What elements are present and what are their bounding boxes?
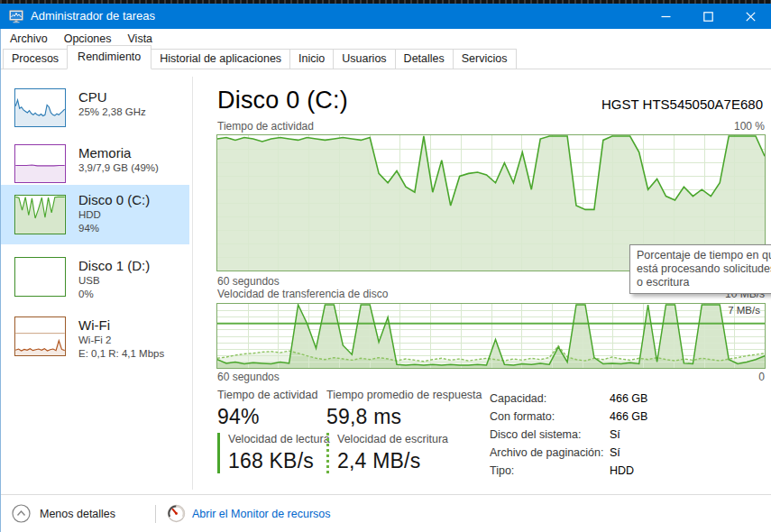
tab-procesos[interactable]: Procesos [3,49,68,69]
footer-bar: Menos detalles Abrir el Monitor de recur… [0,494,771,532]
tooltip-line: Porcentaje de tiempo en que [637,249,771,262]
footer-divider [155,505,156,523]
disk-details-list: Capacidad: 466 GB Con formato: 466 GB Di… [490,390,647,480]
device-model: HGST HTS545050A7E680 [601,96,763,112]
cpu-sparkline-icon [14,88,66,127]
disk1-sparkline-icon [14,257,66,297]
stat-label: Tiempo de actividad [217,389,317,401]
detail-row: Archivo de paginación: Sí [490,444,647,462]
sidebar-item-title: CPU [78,88,146,105]
stat-tiempo-actividad: Tiempo de actividad 94% [217,389,317,429]
detail-value: Sí [610,426,620,444]
transfer-chart[interactable]: 7 MB/s [216,303,766,369]
close-icon [746,12,756,22]
minimize-button[interactable] [645,4,686,29]
stat-label: Tiempo promedio de respuesta [326,389,482,401]
sidebar-item-cpu[interactable]: CPU 25% 2,38 GHz [1,86,189,133]
tab-usuarios[interactable]: Usuarios [333,49,395,69]
stat-velocidad-lectura: Velocidad de lectura 168 KB/s [217,433,330,473]
detail-row: Disco del sistema: Sí [490,426,647,444]
detail-value: HDD [610,462,634,480]
transfer-xspan-label: 60 segundos [217,371,280,383]
sidebar-item-subtitle: Wi-Fi 2 [78,334,164,347]
sidebar-item-title: Memoria [78,144,159,161]
activity-ymax-label: 100 % [734,120,765,133]
tab-servicios[interactable]: Servicios [453,49,517,69]
detail-label: Disco del sistema: [490,426,610,444]
resource-monitor-icon[interactable] [167,504,186,523]
close-button[interactable] [730,4,771,29]
sidebar-item-usage: 0% [78,288,150,301]
detail-label: Capacidad: [490,390,610,408]
task-manager-window: Administrador de tareas Archivo Opciones… [0,0,771,532]
menu-vista[interactable]: Vista [120,32,161,45]
stat-label: Velocidad de escritura [337,433,448,445]
stat-value: 94% [217,405,317,429]
stat-label: Velocidad de lectura [228,433,330,445]
title-bar[interactable]: Administrador de tareas [0,4,771,29]
tooltip-line: o escritura [637,276,771,289]
tab-inicio[interactable]: Inicio [289,49,334,69]
detail-row: Capacidad: 466 GB [490,390,647,408]
detail-value: 466 GB [610,408,647,426]
maximize-button[interactable] [687,4,729,29]
stat-value: 59,8 ms [326,405,482,429]
menu-opciones[interactable]: Opciones [56,32,120,45]
detail-value: 466 GB [610,390,647,408]
sidebar-item-title: Disco 0 (C:) [78,191,150,208]
sidebar-item-usage: 94% [78,222,150,235]
detail-row: Con formato: 466 GB [490,408,647,426]
tab-historial-de-aplicaciones[interactable]: Historial de aplicaciones [151,49,290,69]
tab-bar: Procesos Rendimiento Historial de aplica… [0,48,771,69]
tooltip: Porcentaje de tiempo en que está procesa… [629,244,771,294]
wifi-sparkline-icon [14,316,66,356]
transfer-chart-label: Velocidad de transferencia de disco [217,288,388,300]
maximize-icon [703,12,713,22]
sidebar-item-subtitle: HDD [78,208,150,222]
menu-archivo[interactable]: Archivo [2,32,56,45]
transfer-marker-label: 7 MB/s [728,305,760,316]
tooltip-line: está procesando solicitudes de [637,262,771,276]
menos-detalles-button[interactable]: Menos detalles [40,495,115,532]
sidebar-item-subtitle: 25% 2,38 GHz [78,105,146,119]
activity-xspan-label: 60 segundos [217,275,280,288]
detail-row: Tipo: HDD [490,462,647,480]
sidebar-item-subtitle: 3,9/7,9 GB (49%) [78,161,159,175]
stat-velocidad-escritura: Velocidad de escritura 2,4 MB/s [326,433,448,473]
sidebar-item-throughput: E: 0,1 R: 4,1 Mbps [78,347,164,361]
sidebar-item-disco1[interactable]: Disco 1 (D:) USB 0% [1,252,189,308]
activity-chart-label: Tiempo de actividad [217,120,314,133]
memory-sparkline-icon [14,144,66,183]
abrir-monitor-recursos-link[interactable]: Abrir el Monitor de recursos [192,495,331,532]
detail-label: Tipo: [490,462,610,480]
tab-detalles[interactable]: Detalles [395,49,454,69]
sidebar-item-wifi[interactable]: Wi-Fi Wi-Fi 2 E: 0,1 R: 4,1 Mbps [1,312,189,368]
chevron-up-circle-icon[interactable] [12,504,31,523]
stat-value: 168 KB/s [228,449,330,473]
disk0-sparkline-icon [14,195,66,234]
sidebar-item-memoria[interactable]: Memoria 3,9/7,9 GB (49%) [1,142,189,188]
tab-rendimiento[interactable]: Rendimiento [67,45,151,69]
window-left-border [0,29,1,532]
stat-tiempo-respuesta: Tiempo promedio de respuesta 59,8 ms [326,389,482,429]
stat-value: 2,4 MB/s [337,449,448,473]
detail-label: Con formato: [490,408,610,426]
detail-label: Archivo de paginación: [490,444,610,462]
minimize-icon [661,12,671,22]
transfer-xzero-label: 0 [758,371,765,383]
sidebar-scrollbar-track[interactable] [192,77,193,490]
sidebar-item-title: Wi-Fi [78,316,164,334]
sidebar-item-subtitle: USB [78,274,150,288]
task-manager-icon [9,9,23,23]
sidebar-item-title: Disco 1 (D:) [78,257,150,274]
detail-value: Sí [610,444,620,462]
window-title: Administrador de tareas [31,4,155,29]
page-title: Disco 0 (C:) [217,87,348,115]
sidebar-item-disco0[interactable]: Disco 0 (C:) HDD 94% [1,185,189,244]
